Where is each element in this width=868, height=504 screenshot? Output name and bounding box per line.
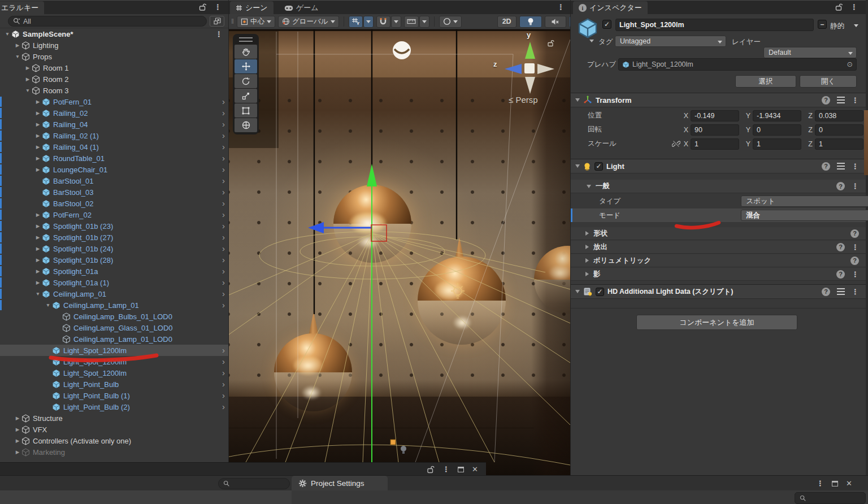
gizmo-z-cone[interactable] xyxy=(505,64,522,74)
window-menu-icon[interactable]: ⋮ xyxy=(442,466,450,473)
hierarchy-row[interactable]: CeilingLamp_Glass_01_LOD0 xyxy=(0,322,228,333)
prefab-object-field[interactable]: Light_Spot_1200lm ⊙ xyxy=(618,58,857,71)
hierarchy-row[interactable]: Light_Spot_1200lm› xyxy=(0,356,228,367)
hierarchy-row[interactable]: Light_Point_Bulb (2)› xyxy=(0,401,228,412)
prefab-chevron-icon[interactable]: › xyxy=(222,131,225,140)
expand-arrow[interactable]: ▶ xyxy=(34,246,42,251)
ps-menu-icon[interactable]: ⋮ xyxy=(817,480,824,487)
gameobject-active-checkbox[interactable]: ✓ xyxy=(602,20,611,29)
tab-hierarchy[interactable]: エラルキー xyxy=(0,1,44,15)
hierarchy-row[interactable]: ▶VFX xyxy=(0,424,228,435)
light-menu-icon[interactable]: ⋮ xyxy=(852,163,859,170)
prefab-chevron-icon[interactable]: › xyxy=(222,402,225,411)
section-menu-icon[interactable]: ⋮ xyxy=(852,271,859,278)
light-mode-dropdown[interactable]: 混合 xyxy=(741,210,868,221)
expand-arrow[interactable]: ▶ xyxy=(34,121,42,127)
transform-foldout[interactable] xyxy=(575,98,580,102)
help-icon[interactable]: ? xyxy=(822,162,830,171)
help-icon[interactable]: ? xyxy=(822,288,830,296)
ps-maximize-icon[interactable] xyxy=(832,481,838,486)
window-lock-icon[interactable] xyxy=(427,466,435,473)
view-orientation-gizmo[interactable]: y z ≤ Persp xyxy=(489,29,570,114)
grid-snap-caret[interactable] xyxy=(363,16,374,28)
hierarchy-menu-icon[interactable]: ⋮ xyxy=(214,3,222,11)
expand-arrow[interactable]: ▶ xyxy=(34,257,42,263)
transform-回転-x-field[interactable]: 90 xyxy=(691,124,739,136)
hierarchy-row[interactable]: ▶Spotlight_01b (24)› xyxy=(0,243,228,254)
preset-icon[interactable] xyxy=(837,288,845,295)
expand-arrow[interactable]: ▼ xyxy=(34,291,42,297)
scene-row-menu-icon[interactable]: ⋮ xyxy=(215,31,223,38)
hierarchy-row[interactable]: ▶Controllers (Activate only one) xyxy=(0,435,228,446)
prefab-chevron-icon[interactable]: › xyxy=(222,97,225,106)
script-foldout[interactable] xyxy=(575,290,580,293)
ps-search-input[interactable] xyxy=(795,492,866,504)
hand-tool-button[interactable] xyxy=(235,45,257,59)
lock-icon[interactable] xyxy=(199,3,207,11)
gizmo-x-cone[interactable] xyxy=(537,64,554,74)
light-foldout[interactable] xyxy=(575,164,580,168)
tab-game[interactable]: ゲーム xyxy=(279,1,324,15)
prefab-chevron-icon[interactable]: › xyxy=(222,153,225,163)
light-type-dropdown[interactable]: スポット xyxy=(741,195,868,207)
close-icon[interactable]: ✕ xyxy=(472,465,478,473)
help-icon[interactable]: ? xyxy=(836,182,845,190)
grid-snap-button[interactable]: Y xyxy=(349,16,363,28)
prefab-chevron-icon[interactable]: › xyxy=(222,255,225,264)
inspector-menu-icon[interactable]: ⋮ xyxy=(850,3,858,11)
static-checkbox[interactable]: – xyxy=(818,20,827,29)
expand-arrow[interactable]: ▶ xyxy=(34,99,42,105)
expand-arrow[interactable]: ▼ xyxy=(44,302,52,308)
hierarchy-row[interactable]: ▼Props xyxy=(0,51,228,62)
script-enabled-checkbox[interactable]: ✓ xyxy=(596,288,604,296)
general-menu-icon[interactable]: ⋮ xyxy=(852,183,859,190)
transform-位置-y-field[interactable]: -1.9434 xyxy=(753,110,801,121)
icon-picker-caret[interactable] xyxy=(589,40,594,42)
rotate-tool-button[interactable] xyxy=(235,74,257,88)
hierarchy-row[interactable]: ▼CeilingLamp_01› xyxy=(0,288,228,299)
maximize-icon[interactable] xyxy=(458,467,464,472)
transform-回転-z-field[interactable]: 0 xyxy=(815,124,863,136)
preset-icon[interactable] xyxy=(837,97,845,103)
hierarchy-row[interactable]: ▶Marketing xyxy=(0,446,228,458)
expand-arrow[interactable]: ▶ xyxy=(14,449,21,455)
prefab-chevron-icon[interactable]: › xyxy=(222,357,225,366)
preset-icon[interactable] xyxy=(837,163,845,170)
script-menu-icon[interactable]: ⋮ xyxy=(852,288,859,296)
help-icon[interactable]: ? xyxy=(836,243,845,251)
section-menu-icon[interactable]: ⋮ xyxy=(852,244,859,251)
scene-menu-icon[interactable]: ⋮ xyxy=(557,3,565,11)
prefab-open-button[interactable]: 開く xyxy=(800,75,857,88)
static-caret[interactable] xyxy=(854,24,858,27)
layer-dropdown[interactable]: Default xyxy=(763,47,857,58)
expand-arrow[interactable]: ▶ xyxy=(34,212,42,218)
prefab-chevron-icon[interactable]: › xyxy=(222,266,225,276)
transform-位置-x-field[interactable]: -0.149 xyxy=(691,110,739,121)
persp-indicator[interactable]: ≤ Persp xyxy=(509,95,538,105)
ps-close-icon[interactable]: ✕ xyxy=(846,479,852,488)
gizmo-y-cone[interactable] xyxy=(525,42,535,59)
prefab-chevron-icon[interactable]: › xyxy=(222,210,225,219)
add-component-button[interactable]: コンポーネントを追加 xyxy=(636,315,797,330)
hierarchy-row[interactable]: ▶LoungeChair_01› xyxy=(0,164,228,175)
hierarchy-row[interactable]: CeilingLamp_Lamp_01_LOD0 xyxy=(0,333,228,345)
prefab-chevron-icon[interactable]: › xyxy=(222,300,225,310)
light-section-1[interactable]: 放出?⋮ xyxy=(571,241,866,254)
hierarchy-row[interactable]: ▼Room 3 xyxy=(0,85,228,96)
prefab-chevron-icon[interactable]: › xyxy=(222,289,225,298)
hierarchy-row[interactable]: ▶Railing_04 (1)› xyxy=(0,141,228,153)
tab-scene[interactable]: シーン xyxy=(230,1,274,15)
gizmo-down-cone[interactable] xyxy=(525,77,535,94)
expand-arrow[interactable]: ▶ xyxy=(14,415,21,421)
move-gizmo-y-axis[interactable] xyxy=(367,164,377,462)
gameobject-name-field[interactable]: Light_Spot_1200lm xyxy=(615,19,814,31)
help-icon[interactable]: ? xyxy=(850,257,859,265)
expand-arrow[interactable]: ▼ xyxy=(24,88,32,93)
hierarchy-row[interactable]: ▼CeilingLamp_Lamp_01› xyxy=(0,299,228,311)
prefab-chevron-icon[interactable]: › xyxy=(222,390,225,400)
light-header[interactable]: ✓ Light ?⋮ xyxy=(571,159,866,173)
expand-arrow[interactable]: ▶ xyxy=(14,438,21,444)
tab-inspector[interactable]: i インスペクター xyxy=(573,1,648,15)
transform-スケール-x-field[interactable]: 1 xyxy=(691,138,739,150)
expand-arrow[interactable]: ▶ xyxy=(34,133,42,138)
